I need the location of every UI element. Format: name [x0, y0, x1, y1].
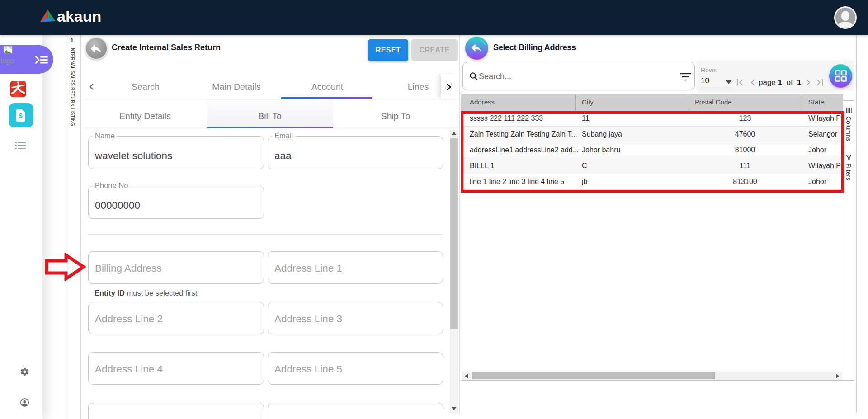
svg-text:$: $	[19, 112, 23, 119]
